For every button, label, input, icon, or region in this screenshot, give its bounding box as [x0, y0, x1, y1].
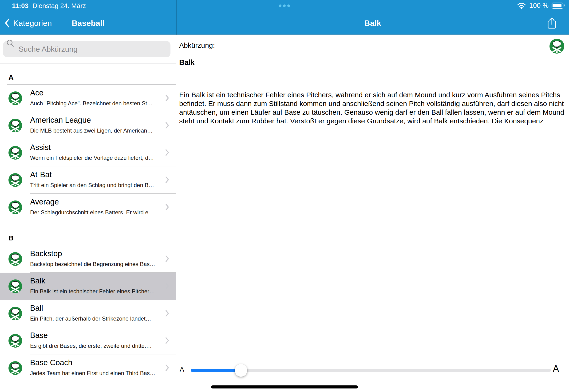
search-input[interactable]: [3, 41, 171, 57]
font-size-slider-track[interactable]: [191, 369, 551, 372]
list-item-title: Ace: [30, 88, 43, 97]
list-item-subtitle: Auch "Pitching Ace". Bezeichnet den best…: [30, 100, 153, 107]
section-letter: A: [8, 73, 14, 81]
baseball-icon: [8, 361, 22, 375]
search-bar-container: [0, 35, 176, 63]
list-item-subtitle: Ein Pitch, der außerhalb der Strikezone …: [30, 315, 151, 322]
wifi-icon: [517, 2, 526, 9]
baseball-icon: [8, 334, 22, 348]
detail-title: Balk: [176, 11, 569, 35]
list-item-subtitle: Die MLB besteht aus zwei Ligen, der Amer…: [30, 127, 153, 134]
list-item-subtitle: Es gibt drei Bases, die erste, zweite un…: [30, 343, 152, 349]
list-item-subtitle: Wenn ein Feldspieler die Vorlage dazu li…: [30, 155, 154, 161]
app-screen: 11:03 Dienstag 24. März 100 % Kategorien: [0, 0, 569, 392]
chevron-right-icon: [165, 364, 169, 371]
list-item-title: Balk: [30, 276, 45, 285]
list-item-assist[interactable]: Assist Wenn ein Feldspieler die Vorlage …: [0, 139, 176, 166]
baseball-icon: [8, 252, 22, 266]
section-header-a: A: [0, 63, 176, 84]
battery-percent: 100 %: [529, 2, 549, 9]
baseball-icon: [8, 280, 22, 293]
list-item-title: Base: [30, 331, 48, 340]
baseball-icon: [8, 307, 22, 320]
back-chevron-icon: [5, 19, 9, 28]
section-header-b: B: [0, 221, 176, 245]
chevron-right-icon: [165, 176, 169, 183]
term-description: Ein Balk ist ein technischer Fehler eine…: [179, 90, 567, 125]
font-size-large-label: A: [553, 363, 559, 374]
share-button[interactable]: [547, 17, 557, 29]
status-icons: 100 %: [517, 2, 563, 9]
list-item-backstop[interactable]: Backstop Backstop bezeichnet die Begrenz…: [0, 245, 176, 273]
list-item-at-bat[interactable]: At-Bat Tritt ein Spieler an den Schlag u…: [0, 166, 176, 194]
chevron-right-icon: [165, 204, 169, 210]
list-item-title: At-Bat: [30, 170, 52, 179]
abbreviation-label: Abkürzung:: [179, 41, 215, 49]
status-bar: 11:03 Dienstag 24. März 100 %: [0, 0, 569, 11]
font-size-slider-knob[interactable]: [235, 364, 247, 377]
list-item-subtitle: Ein Balk ist ein technischer Fehler eine…: [30, 288, 155, 295]
chevron-right-icon: [165, 310, 169, 317]
home-indicator[interactable]: [211, 385, 358, 389]
baseball-icon: [8, 119, 22, 132]
list-item-title: Base Coach: [30, 358, 72, 367]
baseball-icon: [8, 200, 22, 214]
font-size-small-label: A: [180, 366, 184, 373]
list-item-balk-selected[interactable]: Balk Ein Balk ist ein technischer Fehler…: [0, 273, 176, 300]
chevron-right-icon: [165, 282, 169, 290]
chevron-right-icon: [165, 122, 169, 129]
list-item-base[interactable]: Base Es gibt drei Bases, die erste, zwei…: [0, 327, 176, 354]
abbreviation-value: Balk: [179, 58, 194, 67]
font-size-slider-fill: [191, 369, 241, 372]
list-item-title: Backstop: [30, 249, 62, 258]
baseball-icon: [8, 173, 22, 187]
clock: 11:03: [12, 2, 28, 10]
detail-panel: Abkürzung: Balk Ein Balk ist ein technis…: [177, 35, 569, 392]
list-item-ace[interactable]: Ace Auch "Pitching Ace". Bezeichnet den …: [0, 84, 176, 112]
multitasking-dots-icon: [279, 4, 290, 7]
baseball-icon: [550, 39, 564, 54]
list-item-subtitle: Backstop bezeichnet die Begrenzung eines…: [30, 261, 155, 267]
list-item-subtitle: Der Schlagdurchschnitt eines Batters. Er…: [30, 209, 154, 216]
date: Dienstag 24. März: [32, 2, 86, 10]
list-item-average[interactable]: Average Der Schlagdurchschnitt eines Bat…: [0, 194, 176, 221]
list-item-title: Ball: [30, 304, 43, 313]
list-item-title: American League: [30, 116, 91, 125]
term-list-sidebar: A Ace Auch "Pitching Ace". Bezeichnet de…: [0, 35, 176, 392]
chevron-right-icon: [165, 337, 169, 344]
baseball-icon: [8, 146, 22, 160]
back-button[interactable]: Kategorien: [5, 11, 52, 35]
list-item-base-coach[interactable]: Base Coach Jedes Team hat einen First un…: [0, 354, 176, 382]
navigation-bar: Kategorien Baseball Balk: [0, 11, 569, 35]
list-item-title: Average: [30, 197, 59, 206]
battery-icon: [552, 3, 563, 9]
chevron-right-icon: [165, 95, 169, 101]
chevron-right-icon: [165, 149, 169, 156]
header-divider: [176, 0, 177, 35]
back-label: Kategorien: [13, 19, 52, 28]
baseball-icon: [8, 91, 22, 105]
list-item-subtitle: Tritt ein Spieler an den Schlag und brin…: [30, 182, 154, 188]
section-letter: B: [8, 234, 14, 242]
list-item-american-league[interactable]: American League Die MLB besteht aus zwei…: [0, 112, 176, 139]
font-size-slider: A A: [177, 363, 569, 382]
list-item-title: Assist: [30, 143, 51, 152]
list-item-subtitle: Jedes Team hat einen First und einen Thi…: [30, 370, 156, 377]
list-item-ball[interactable]: Ball Ein Pitch, der außerhalb der Strike…: [0, 300, 176, 327]
chevron-right-icon: [165, 255, 169, 262]
